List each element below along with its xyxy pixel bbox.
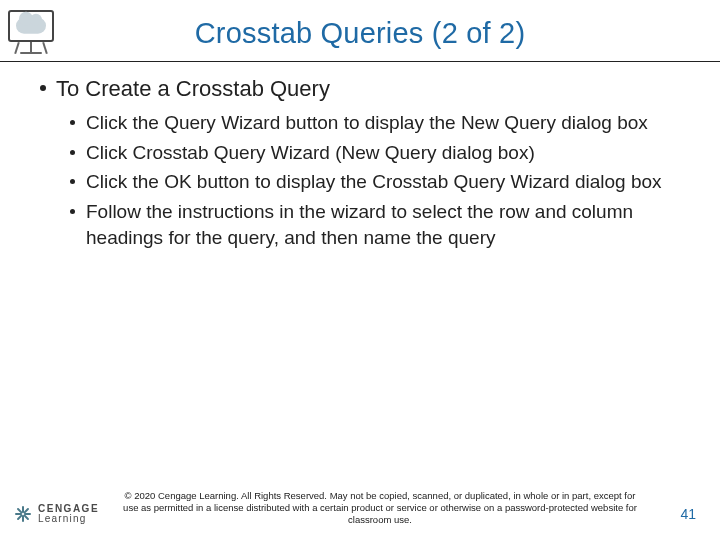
logo-text-bottom: Learning (38, 514, 99, 524)
burst-icon (14, 505, 32, 523)
copyright-text: © 2020 Cengage Learning. All Rights Rese… (120, 490, 640, 526)
heading-text: To Create a Crosstab Query (56, 76, 330, 101)
bullet-dot-icon (40, 85, 46, 91)
bullet-list: Click the Query Wizard button to display… (40, 110, 680, 250)
list-item: Click Crosstab Query Wizard (New Query d… (70, 140, 680, 166)
title-row: Crosstab Queries (2 of 2) (0, 6, 720, 62)
list-item: Click the Query Wizard button to display… (70, 110, 680, 136)
list-item: Follow the instructions in the wizard to… (70, 199, 680, 250)
heading-level1: To Create a Crosstab Query (40, 76, 680, 102)
slide-body: To Create a Crosstab Query Click the Que… (40, 76, 680, 254)
slide: Crosstab Queries (2 of 2) To Create a Cr… (0, 0, 720, 540)
presentation-easel-icon (6, 8, 56, 58)
slide-title: Crosstab Queries (2 of 2) (0, 17, 720, 50)
page-number: 41 (680, 506, 696, 522)
cengage-logo: CENGAGE Learning (14, 504, 99, 524)
list-item: Click the OK button to display the Cross… (70, 169, 680, 195)
